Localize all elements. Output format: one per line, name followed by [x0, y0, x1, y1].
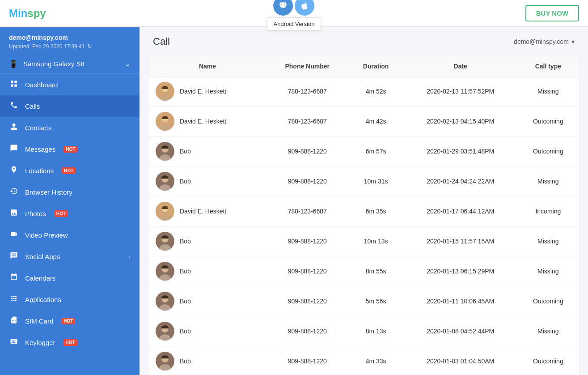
content-header: Call demo@minspy.com ▾ — [140, 27, 588, 56]
apple-tab[interactable] — [295, 0, 315, 16]
page-title: Call — [153, 36, 170, 47]
locations-icon — [9, 166, 19, 175]
call-date: 2020-01-13 06:15:29PM — [404, 256, 517, 286]
col-header-phone-number: Phone Number — [267, 56, 348, 77]
call-date: 2020-01-11 10:06:45AM — [404, 286, 517, 316]
browser-history-icon — [9, 187, 19, 197]
sidebar-item-calendars[interactable]: Calendars — [0, 267, 140, 289]
sidebar-item-sim-card[interactable]: SIM CardHOT — [0, 310, 140, 332]
phone-number: 788-123-6687 — [267, 196, 348, 226]
content-area: Call demo@minspy.com ▾ NamePhone NumberD… — [140, 27, 588, 375]
phone-number: 788-123-6687 — [267, 107, 348, 136]
refresh-icon[interactable]: ↻ — [87, 43, 92, 50]
call-date: 2020-02-13 04:15:40PM — [404, 107, 517, 136]
chevron-down-icon: ⌄ — [125, 60, 131, 68]
social-apps-icon — [9, 251, 19, 261]
sidebar-item-label-applications: Applications — [25, 296, 61, 303]
call-date: 2020-01-08 04:52:44PM — [404, 316, 517, 346]
call-date: 2020-02-13 11:57:52PM — [404, 77, 517, 107]
contact-name: Bob — [180, 238, 191, 245]
contact-name: David E. Heskett — [180, 88, 226, 95]
table-row[interactable]: Bob909-888-12206m 57s2020-01-29 03:51:48… — [148, 136, 579, 166]
sidebar-item-calls[interactable]: Calls — [0, 95, 140, 117]
avatar — [156, 172, 174, 191]
sidebar-item-label-keylogger: Keylogger — [25, 339, 55, 346]
avatar — [156, 352, 174, 371]
avatar — [156, 232, 174, 251]
sidebar-item-label-browser-history: Browser History — [25, 188, 72, 196]
sidebar-item-dashboard[interactable]: Dashboard — [0, 74, 140, 95]
table-body: David E. Heskett788-123-66874m 52s2020-0… — [148, 77, 579, 375]
contact-name: Bob — [180, 328, 191, 335]
name-cell: Bob — [148, 256, 267, 286]
table-row[interactable]: Bob909-888-12204m 33s2020-01-03 01:04:50… — [148, 346, 579, 375]
name-cell: David E. Heskett — [148, 77, 267, 107]
name-cell: Bob — [148, 226, 267, 256]
table-row[interactable]: Bob909-888-12208m 55s2020-01-13 06:15:29… — [148, 256, 579, 286]
phone-number: 909-888-1220 — [267, 346, 348, 375]
sidebar-item-photos[interactable]: PhotosHOT — [0, 203, 140, 224]
contact-name: Bob — [180, 148, 191, 155]
duration: 4m 33s — [348, 346, 404, 375]
video-preview-icon — [9, 230, 19, 240]
sidebar-item-messages[interactable]: MessagesHOT — [0, 138, 140, 160]
call-date: 2020-01-29 03:51:48PM — [404, 136, 517, 166]
sidebar-item-locations[interactable]: LocationsHOT — [0, 160, 140, 181]
messages-icon — [9, 144, 19, 154]
logo-part2: spy — [27, 7, 46, 19]
sidebar-item-video-preview[interactable]: Video Preview — [0, 224, 140, 246]
sim-card-icon — [9, 316, 19, 326]
table-row[interactable]: Bob909-888-12205m 56s2020-01-11 10:06:45… — [148, 286, 579, 316]
duration: 8m 13s — [348, 316, 404, 346]
table-row[interactable]: Bob909-888-122010m 13s2020-01-15 11:57:1… — [148, 226, 579, 256]
call-type: Outcoming — [517, 346, 579, 375]
name-cell: David E. Heskett — [148, 196, 267, 226]
col-header-date: Date — [404, 56, 517, 77]
sidebar-item-browser-history[interactable]: Browser History — [0, 181, 140, 203]
call-type: Outcoming — [517, 107, 579, 136]
sidebar-item-label-photos: Photos — [25, 210, 46, 217]
sidebar-item-label-calendars: Calendars — [25, 274, 55, 282]
phone-number: 909-888-1220 — [267, 286, 348, 316]
sidebar-item-contacts[interactable]: Contacts — [0, 117, 140, 138]
hot-badge: HOT — [62, 167, 76, 174]
phone-number: 909-888-1220 — [267, 256, 348, 286]
calls-icon — [9, 101, 19, 111]
sidebar-item-label-dashboard: Dashboard — [25, 81, 58, 89]
keylogger-icon — [9, 337, 19, 347]
hot-badge: HOT — [61, 318, 75, 324]
duration: 10m 13s — [348, 226, 404, 256]
sidebar-item-applications[interactable]: Applications — [0, 289, 140, 310]
sidebar-item-label-messages: Messages — [25, 145, 55, 153]
avatar — [156, 292, 174, 311]
platform-tabs — [274, 0, 315, 16]
call-date: 2020-01-17 06:44:12AM — [404, 196, 517, 226]
account-info[interactable]: demo@minspy.com ▾ — [514, 38, 575, 45]
svg-rect-3 — [15, 85, 17, 87]
sidebar-item-label-calls: Calls — [25, 102, 40, 110]
header: Minspy Android Version BUY NOW — [0, 0, 588, 27]
table-row[interactable]: David E. Heskett788-123-66876m 35s2020-0… — [148, 196, 579, 226]
logo-part1: Min — [9, 7, 27, 19]
call-type: Missing — [517, 226, 579, 256]
sidebar: demo@minspy.com Updated: Feb 29 2020 17:… — [0, 27, 140, 375]
sidebar-item-keylogger[interactable]: KeyloggerHOT — [0, 332, 140, 353]
calendars-icon — [9, 273, 19, 283]
photos-icon — [9, 209, 19, 218]
sidebar-item-social-apps[interactable]: Social Apps› — [0, 246, 140, 267]
call-type: Missing — [517, 77, 579, 107]
android-tab[interactable] — [274, 0, 293, 16]
buy-now-button[interactable]: BUY NOW — [525, 5, 579, 21]
device-item[interactable]: 📱 Samsung Galaxy S8 ⌄ — [0, 54, 140, 74]
table-row[interactable]: Bob909-888-122010m 31s2020-01-24 04:24:2… — [148, 166, 579, 196]
logo: Minspy — [9, 7, 46, 20]
table-row[interactable]: Bob909-888-12208m 13s2020-01-08 04:52:44… — [148, 316, 579, 346]
call-date: 2020-01-03 01:04:50AM — [404, 346, 517, 375]
nav-container: DashboardCallsContactsMessagesHOTLocatio… — [0, 74, 140, 353]
duration: 6m 35s — [348, 196, 404, 226]
table-row[interactable]: David E. Heskett788-123-66874m 42s2020-0… — [148, 107, 579, 136]
table-row[interactable]: David E. Heskett788-123-66874m 52s2020-0… — [148, 77, 579, 107]
sidebar-updated: Updated: Feb 29 2020 17:39:41 ↻ — [9, 43, 131, 50]
name-cell: Bob — [148, 286, 267, 316]
contact-name: David E. Heskett — [180, 118, 226, 125]
